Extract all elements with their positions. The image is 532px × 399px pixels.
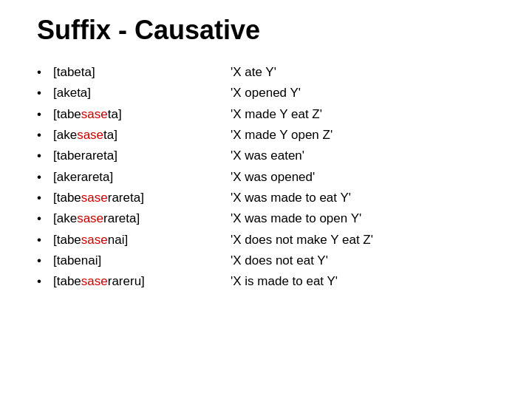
right-column: 'X does not make Y eat Z' <box>231 231 373 250</box>
highlight-text: sase <box>81 233 108 247</box>
text-before-highlight: [ake <box>53 211 77 225</box>
bullet-point: • <box>37 251 53 270</box>
bullet-point: • <box>37 105 53 124</box>
right-column: 'X does not eat Y' <box>231 251 328 270</box>
left-column: [aketa] <box>53 83 231 103</box>
bullet-point: • <box>37 168 53 187</box>
right-column: 'X was opened' <box>231 168 315 187</box>
list-item: •[tabesaserareta]'X was made to eat Y' <box>37 188 495 208</box>
left-column: [akerareta] <box>53 168 231 187</box>
left-column: [tabesasenai] <box>53 231 231 250</box>
list-item: •[akesaserareta]'X was made to open Y' <box>37 208 495 229</box>
page-title: Suffix - Causative <box>37 15 495 46</box>
left-column: [tabeta] <box>53 63 231 82</box>
highlight-text: sase <box>81 274 108 288</box>
list-item: •[taberareta]'X was eaten' <box>37 146 495 166</box>
left-column: [tabesaserareta] <box>53 188 231 208</box>
right-column: 'X made Y open Z' <box>231 126 332 145</box>
left-column: [akesaserareta] <box>53 209 231 228</box>
bullet-point: • <box>37 126 53 145</box>
right-column: 'X was made to eat Y' <box>231 188 351 208</box>
right-column: 'X was eaten' <box>231 146 304 166</box>
bullet-point: • <box>37 83 53 103</box>
right-column: 'X was made to open Y' <box>231 209 361 228</box>
text-before-highlight: [tabe <box>53 107 81 121</box>
highlight-text: sase <box>77 128 103 142</box>
page: Suffix - Causative •[tabeta]'X ate Y'•[a… <box>0 0 532 399</box>
highlight-text: sase <box>81 191 108 205</box>
right-column: 'X ate Y' <box>231 63 276 82</box>
list-item: •[tabenai]'X does not eat Y' <box>37 250 495 271</box>
text-after-highlight: ta] <box>103 128 117 142</box>
left-column: [tabesaseta] <box>53 105 231 124</box>
text-after-highlight: rareta] <box>108 191 144 205</box>
bullet-point: • <box>37 63 53 82</box>
text-after-highlight: rareru] <box>108 274 145 288</box>
text-after-highlight: ta] <box>108 107 122 121</box>
left-column: [tabesaserareru] <box>53 272 231 291</box>
highlight-text: sase <box>81 107 108 121</box>
list-item: •[tabesaseta]'X made Y eat Z' <box>37 104 495 125</box>
list-item: •[tabesaserareru]'X is made to eat Y' <box>37 271 495 292</box>
bullet-point: • <box>37 272 53 291</box>
text-before-highlight: [tabe <box>53 274 81 288</box>
list-item: •[akesaseta]'X made Y open Z' <box>37 125 495 146</box>
list-item: •[akerareta]'X was opened' <box>37 167 495 188</box>
highlight-text: sase <box>77 211 103 225</box>
list-item: •[tabeta]'X ate Y' <box>37 62 495 83</box>
list-item: •[aketa]'X opened Y' <box>37 83 495 103</box>
left-column: [akesaseta] <box>53 126 231 145</box>
left-column: [taberareta] <box>53 146 231 166</box>
text-before-highlight: [tabe <box>53 233 81 247</box>
left-column: [tabenai] <box>53 251 231 270</box>
bullet-point: • <box>37 146 53 166</box>
bullet-point: • <box>37 231 53 250</box>
content-list: •[tabeta]'X ate Y'•[aketa]'X opened Y'•[… <box>37 62 495 293</box>
right-column: 'X made Y eat Z' <box>231 105 322 124</box>
text-before-highlight: [tabe <box>53 191 81 205</box>
right-column: 'X opened Y' <box>231 83 301 103</box>
list-item: •[tabesasenai]'X does not make Y eat Z' <box>37 230 495 250</box>
bullet-point: • <box>37 209 53 228</box>
text-after-highlight: nai] <box>108 233 128 247</box>
text-before-highlight: [ake <box>53 128 77 142</box>
text-after-highlight: rareta] <box>103 211 140 225</box>
right-column: 'X is made to eat Y' <box>231 272 338 291</box>
bullet-point: • <box>37 188 53 208</box>
